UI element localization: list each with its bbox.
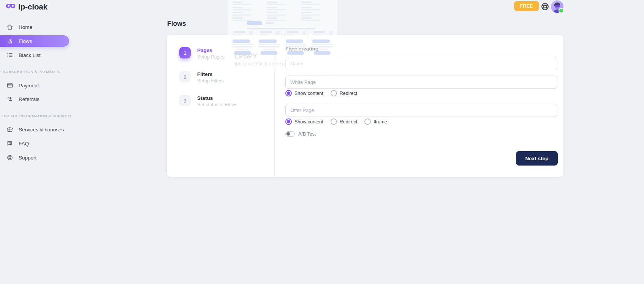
radio-unselected-icon[interactable] bbox=[331, 90, 337, 96]
step-filters[interactable]: 2 Filters Setup Filters bbox=[179, 71, 224, 84]
ghost-skeleton-block bbox=[233, 31, 245, 33]
ghost-skeleton-block bbox=[233, 17, 243, 19]
ghost-skeleton-block bbox=[267, 2, 277, 3]
gift-icon bbox=[6, 126, 14, 133]
step-title: Status bbox=[197, 95, 237, 101]
radio-selected-icon[interactable] bbox=[285, 118, 292, 125]
ab-test-toggle[interactable] bbox=[285, 131, 295, 137]
ghost-skeleton-block bbox=[247, 21, 262, 25]
offer-page-show-content-option[interactable]: Show content bbox=[285, 118, 323, 125]
next-step-button[interactable]: Next step bbox=[516, 151, 558, 166]
white-page-input[interactable] bbox=[285, 76, 557, 89]
ghost-skeleton-block bbox=[267, 4, 286, 5]
step-title: Filters bbox=[197, 71, 224, 77]
ghost-skeleton-block bbox=[301, 9, 320, 10]
radio-unselected-icon[interactable] bbox=[331, 118, 337, 125]
sidebar-item-payment[interactable]: Payment bbox=[0, 79, 69, 92]
offer-page-redirect-option[interactable]: Redirect bbox=[331, 118, 358, 125]
ghost-skeleton-block bbox=[276, 31, 280, 35]
step-pages[interactable]: 1 Pages Setup Pages bbox=[179, 47, 225, 60]
sidebar-item-flows[interactable]: Flows bbox=[0, 35, 69, 47]
ghost-skeleton-block bbox=[233, 4, 252, 5]
form-title: Flow creating bbox=[285, 46, 318, 52]
user-avatar[interactable] bbox=[551, 0, 563, 13]
ghost-skeleton-block bbox=[233, 2, 243, 3]
step-number-badge: 2 bbox=[179, 71, 191, 82]
ghost-skeleton-block bbox=[233, 7, 243, 8]
offer-page-input[interactable] bbox=[285, 104, 557, 117]
page-title: Flows bbox=[167, 20, 186, 28]
step-subtitle: Setup Filters bbox=[197, 78, 224, 84]
toggle-knob bbox=[286, 132, 290, 136]
ab-test-row: A/B Test bbox=[285, 131, 316, 137]
sidebar-item-black-list[interactable]: Black List bbox=[0, 49, 69, 62]
sidebar-section-header: SUBSCRIPTION & PAYMENTS bbox=[0, 69, 69, 74]
ghost-skeleton-block bbox=[301, 4, 320, 5]
ghost-skeleton-block bbox=[329, 31, 333, 35]
ghost-skeleton-block bbox=[267, 7, 277, 8]
white-page-mode-options: Show content Redirect bbox=[285, 90, 357, 96]
sidebar-item-label: Black List bbox=[19, 52, 41, 58]
flows-icon bbox=[6, 37, 14, 45]
ghost-skeleton-block bbox=[267, 9, 286, 10]
ghost-skeleton-block bbox=[313, 31, 325, 33]
payment-icon bbox=[6, 82, 14, 89]
ghost-skeleton-block bbox=[247, 28, 315, 29]
step-status[interactable]: 3 Status Set status of Flows bbox=[179, 95, 237, 107]
card-divider bbox=[274, 35, 275, 177]
home-icon bbox=[6, 23, 14, 31]
ghost-skeleton-block bbox=[265, 22, 274, 24]
ghost-skeleton-block bbox=[286, 31, 299, 33]
ghost-skeleton-block bbox=[301, 12, 312, 13]
ghost-skeleton-block bbox=[260, 31, 272, 33]
ghost-skeleton-block bbox=[301, 14, 320, 16]
sidebar-item-label: Support bbox=[19, 155, 36, 161]
sidebar-item-label: Referrals bbox=[19, 96, 40, 102]
svg-text:?!: ?! bbox=[8, 142, 11, 144]
name-input[interactable] bbox=[285, 57, 557, 70]
ghost-skeleton-block bbox=[249, 31, 253, 35]
sidebar-item-label: Services & bonuses bbox=[19, 127, 64, 133]
step-subtitle: Setup Pages bbox=[197, 54, 225, 60]
ab-test-label: A/B Test bbox=[298, 131, 316, 137]
sidebar-item-home[interactable]: Home bbox=[0, 21, 69, 33]
support-icon bbox=[6, 154, 14, 161]
ghost-skeleton-block bbox=[301, 20, 320, 21]
app-logo[interactable]: lp-cloak bbox=[6, 2, 47, 11]
ghost-skeleton-block bbox=[233, 9, 252, 10]
radio-unselected-icon[interactable] bbox=[364, 118, 371, 125]
white-page-show-content-option[interactable]: Show content bbox=[285, 90, 323, 96]
ghost-skeleton-block bbox=[233, 14, 252, 16]
offer-page-iframe-option[interactable]: Iframe bbox=[364, 118, 387, 125]
ghost-skeleton-block bbox=[301, 7, 312, 8]
flow-creating-card: 1 Pages Setup Pages 2 Filters Setup Filt… bbox=[167, 35, 563, 177]
sidebar-section-header: USEFUL INFORMATION & SUPPORT bbox=[0, 114, 69, 118]
faq-icon: ?! bbox=[6, 140, 14, 147]
sidebar-item-services-bonuses[interactable]: Services & bonuses bbox=[0, 123, 69, 136]
blacklist-icon bbox=[6, 51, 14, 59]
step-title: Pages bbox=[197, 47, 225, 53]
ghost-skeleton-block bbox=[267, 12, 277, 13]
sidebar-item-label: FAQ bbox=[19, 141, 29, 147]
sidebar-item-faq[interactable]: ?! FAQ bbox=[0, 137, 69, 150]
ghost-skeleton-block bbox=[267, 17, 277, 19]
language-globe-icon[interactable] bbox=[541, 2, 549, 11]
white-page-redirect-option[interactable]: Redirect bbox=[331, 90, 358, 96]
online-status-dot bbox=[559, 8, 564, 13]
sidebar: lp-cloak Home Flows Black List SUBSCRIP bbox=[0, 0, 76, 284]
ghost-skeleton-block bbox=[233, 20, 252, 21]
ghost-skeleton-block bbox=[233, 12, 243, 13]
sidebar-item-label: Payment bbox=[19, 83, 39, 88]
plan-badge[interactable]: FREE bbox=[514, 1, 539, 11]
app-title: lp-cloak bbox=[18, 2, 47, 11]
radio-selected-icon[interactable] bbox=[285, 90, 292, 96]
sidebar-item-support[interactable]: Support bbox=[0, 151, 69, 164]
ghost-skeleton-block bbox=[301, 17, 312, 19]
ghost-skeleton-block bbox=[267, 14, 286, 16]
ghost-skeleton-block bbox=[267, 20, 286, 21]
sidebar-item-referrals[interactable]: Referrals bbox=[0, 92, 69, 106]
offer-page-mode-options: Show content Redirect Iframe bbox=[285, 118, 387, 125]
referrals-icon bbox=[6, 95, 14, 103]
sidebar-item-label: Flows bbox=[19, 38, 32, 44]
mask-logo-icon bbox=[6, 3, 16, 11]
